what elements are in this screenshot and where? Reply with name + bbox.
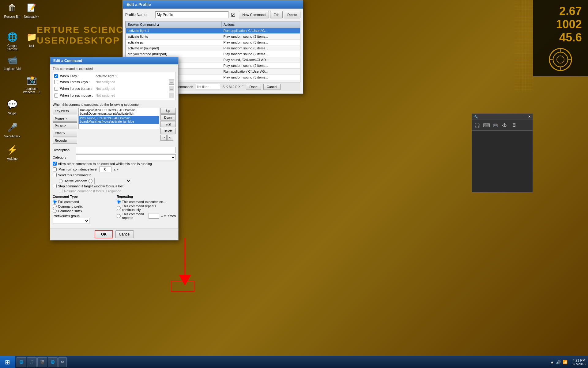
when-press-keys-btn[interactable]: … — [169, 79, 174, 85]
other-button[interactable]: Other > — [53, 130, 77, 136]
repeat-once-label: This command executes on... — [122, 200, 166, 204]
taskbar-item-ie[interactable]: 🌐 — [17, 357, 26, 367]
table-row[interactable]: are you married (multipart)Play random s… — [126, 51, 300, 57]
repeat-times-radio[interactable] — [117, 214, 121, 218]
stop-command-checkbox[interactable] — [53, 184, 57, 188]
clock-date: 2/7/2018 — [572, 362, 586, 366]
desktop-icon-logitech-vid[interactable]: 📹 Logitech Vid — [2, 54, 23, 71]
cancel-command-button[interactable]: Cancel — [115, 230, 134, 238]
taskbar-item-settings[interactable]: ⚙ — [58, 357, 67, 367]
repeating-title: Repeating — [117, 195, 176, 198]
window-select[interactable] — [94, 178, 131, 184]
seq-up-button[interactable]: Up — [160, 108, 176, 114]
desktop-icon-notepad[interactable]: 📝 Notepad++ — [21, 2, 42, 18]
when-press-button-btn[interactable]: … — [169, 86, 174, 91]
skype-label: Skype — [8, 112, 17, 115]
desktop-icon-voiceattack[interactable]: 🎤 VoiceAttack — [2, 121, 23, 138]
ok-button[interactable]: OK — [95, 230, 113, 238]
pause-button[interactable]: Pause > — [53, 122, 77, 129]
taskbar-item-video[interactable]: 🎬 — [37, 357, 47, 367]
action-cell: Play random sound (2 items... — [221, 51, 300, 57]
desktop-icon-chrome[interactable]: 🌐 Google Chrome — [2, 31, 23, 51]
headphone-icon[interactable]: 🎧 — [473, 121, 481, 129]
when-press-keys-checkbox[interactable] — [54, 80, 58, 84]
tray-up-arrow[interactable]: ▲ — [550, 360, 554, 364]
taskbar-item-chrome-tb[interactable]: 🌐 — [48, 357, 58, 367]
key-press-button[interactable]: Key Press — [53, 108, 77, 114]
sequence-item[interactable]: Play sound, 'C:\Users\GLADOS\main board\… — [79, 116, 159, 124]
close-profile-button[interactable]: Cancel — [263, 84, 281, 90]
times-spinner[interactable]: ▲▼ — [160, 214, 167, 218]
when-i-say-checkbox[interactable] — [54, 74, 58, 78]
filter-input[interactable] — [196, 84, 220, 90]
min-confidence-input[interactable] — [99, 167, 111, 172]
when-press-mouse-checkbox[interactable] — [54, 94, 58, 98]
logitech-vid-icon: 📹 — [6, 54, 18, 66]
taskbar-item-music[interactable]: 🎵 — [27, 357, 37, 367]
profile-dialog-title: Edit a Profile — [126, 2, 151, 7]
table-row[interactable]: activate pcPlay random sound (3 items... — [126, 40, 300, 45]
repeat-times-input[interactable] — [149, 213, 159, 219]
cmd-suffix-radio[interactable] — [53, 209, 57, 213]
sequence-list[interactable]: Run application 'C:\Users\GLADOS\main bo… — [78, 108, 159, 129]
when-press-mouse-value: Not assigned — [96, 94, 167, 97]
seq-down-button[interactable]: Down — [160, 114, 176, 121]
tray-network-icon[interactable]: 🔊 — [556, 360, 561, 364]
new-command-button[interactable]: New Command — [239, 11, 269, 18]
table-row[interactable]: activate vr (multipart)Play random sound… — [126, 45, 300, 51]
done-button[interactable]: Done — [246, 84, 261, 90]
profile-name-input[interactable] — [155, 11, 228, 18]
undo-button[interactable]: ↩ — [160, 135, 167, 141]
table-row[interactable]: activate light 1Run application 'C:\User… — [126, 28, 300, 34]
full-command-radio[interactable] — [53, 200, 57, 204]
recorder-button[interactable]: Recorder — [53, 137, 77, 144]
desktop-icon-skype[interactable]: 💬 Skype — [2, 98, 23, 115]
spoken-command-cell: activate pc — [126, 40, 222, 45]
desktop-icon-logitech-webcam[interactable]: 📸 Logitech Webcam... 2 — [21, 74, 42, 94]
test-folder-label: test — [29, 44, 34, 48]
chrome-icon: 🌐 — [6, 31, 18, 43]
cmd-prefix-radio[interactable] — [53, 204, 57, 208]
clock-display[interactable]: 4:21 PM 2/7/2018 — [570, 358, 588, 366]
delete-button[interactable]: Delete — [284, 11, 300, 18]
edit-button[interactable]: Edit — [270, 11, 283, 18]
keyboard-icon[interactable]: ⌨ — [482, 121, 490, 129]
when-press-mouse-btn[interactable]: … — [169, 93, 174, 98]
prefix-suffix-select[interactable] — [53, 218, 89, 224]
spoken-command-cell: are you married (multipart) — [126, 51, 222, 57]
confidence-spinner[interactable]: ▲▼ — [113, 168, 119, 171]
repeat-cont-radio[interactable] — [117, 206, 121, 210]
tray-volume-icon[interactable]: 📶 — [563, 360, 567, 364]
monitor-icon[interactable]: 🖥 — [510, 121, 518, 129]
description-input[interactable] — [76, 147, 176, 153]
other-window-radio[interactable] — [89, 179, 92, 183]
action-cell: Play random sound (2 items... — [221, 63, 300, 69]
tools-panel: 🔧 — ✕ 🎧 ⌨ 🎮 🕹 🖥 — [472, 113, 533, 192]
profile-checkmark-icon: ☑ — [231, 12, 235, 18]
redo-button[interactable]: ↪ — [167, 135, 173, 141]
repeat-once-radio[interactable] — [117, 200, 121, 204]
min-confidence-checkbox[interactable] — [53, 167, 57, 171]
notepad-icon: 📝 — [25, 2, 38, 14]
seq-delete-button[interactable]: Delete — [160, 128, 176, 134]
cmd-prefix-label: Command prefix — [58, 205, 83, 208]
tools-minimize[interactable]: — — [523, 115, 527, 119]
gamepad-icon[interactable]: 🎮 — [492, 121, 499, 129]
sequence-item[interactable]: Run application 'C:\Users\GLADOS\main bo… — [79, 108, 159, 116]
desktop-icon-test[interactable]: 📁 test — [21, 31, 42, 48]
send-command-checkbox[interactable] — [53, 173, 57, 177]
desktop-icon-arduino[interactable]: ⚡ Arduino — [2, 144, 23, 160]
tools-close[interactable]: ✕ — [528, 115, 531, 119]
desktop-icon-recycle-bin[interactable]: 🗑 Recycle Bin — [2, 2, 23, 18]
allow-other-commands-checkbox[interactable] — [53, 162, 57, 166]
seq-edit-button[interactable]: Edit — [160, 121, 176, 127]
when-press-button-checkbox[interactable] — [54, 87, 58, 91]
table-row[interactable]: activate lightsPlay random sound (2 item… — [126, 34, 300, 40]
active-window-radio[interactable] — [59, 179, 63, 183]
mouse-button[interactable]: Mouse > — [53, 115, 77, 122]
resume-checkbox[interactable] — [59, 189, 63, 193]
when-press-button-value: Not assigned — [96, 87, 167, 90]
start-button[interactable]: ⊞ — [0, 356, 15, 368]
joystick-icon[interactable]: 🕹 — [501, 121, 509, 129]
category-select[interactable] — [76, 154, 176, 160]
